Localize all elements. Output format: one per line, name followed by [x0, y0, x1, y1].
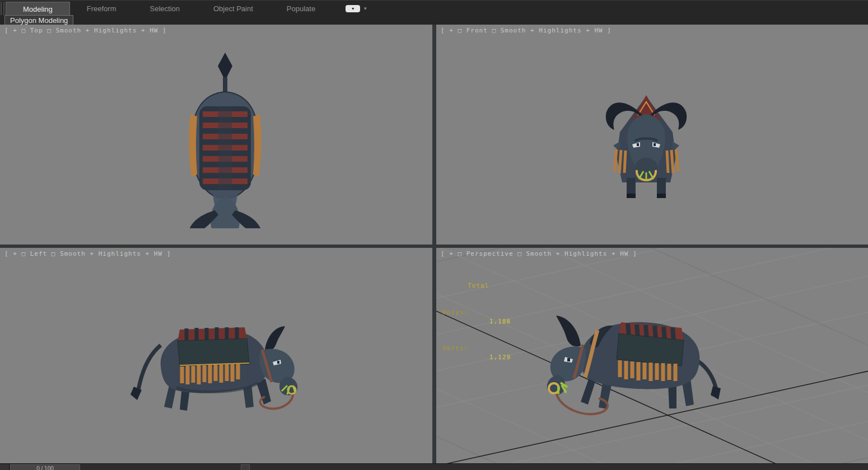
- viewport-left[interactable]: [ + □ Left □ Smooth + Highlights + HW ]: [0, 248, 432, 463]
- tab-object-paint[interactable]: Object Paint: [197, 2, 270, 16]
- ribbon-grip[interactable]: [1, 2, 2, 15]
- model-left-view[interactable]: [126, 311, 305, 414]
- stats-total: Total: [442, 281, 511, 290]
- model-front-view[interactable]: [604, 93, 688, 202]
- timeline-next-frame-button[interactable]: [241, 464, 250, 470]
- viewport-perspective[interactable]: [ + □ Perspective □ Smooth + Highlights …: [436, 248, 868, 463]
- ribbon-minimize-button[interactable]: ▼: [346, 5, 360, 12]
- statistics-readout: Total Polys: 1,188 Verts: 1,129: [442, 264, 511, 380]
- ribbon-tab-row: Modeling Freeform Selection Object Paint…: [0, 1, 868, 16]
- stats-verts-label: Verts:: [442, 345, 468, 352]
- viewport-top[interactable]: [ + □ Top □ Smooth + Highlights + HW ]: [0, 25, 432, 245]
- tab-freeform[interactable]: Freeform: [70, 2, 133, 16]
- time-slider-thumb[interactable]: 0 / 100: [10, 464, 80, 470]
- stats-polys-value: 1,188: [489, 318, 511, 325]
- model-perspective-view[interactable]: [531, 301, 733, 441]
- ribbon-grip[interactable]: [3, 2, 5, 15]
- ribbon: Modeling Freeform Selection Object Paint…: [0, 0, 868, 25]
- viewport-front[interactable]: [ + □ Front □ Smooth + Highlights + HW ]: [436, 25, 868, 245]
- viewport-quad: [ + □ Top □ Smooth + Highlights + HW ] […: [0, 25, 868, 463]
- panel-polygon-modeling[interactable]: Polygon Modeling: [4, 15, 73, 25]
- viewport-front-label[interactable]: [ + □ Front □ Smooth + Highlights + HW ]: [441, 27, 612, 34]
- tab-populate[interactable]: Populate: [270, 2, 332, 16]
- ribbon-panel-row: Polygon Modeling: [0, 15, 868, 25]
- time-slider-bar: 0 / 100: [0, 463, 868, 470]
- chevron-down-icon[interactable]: ▼: [363, 6, 367, 11]
- stats-polys-label: Polys:: [442, 309, 468, 316]
- tab-selection[interactable]: Selection: [133, 2, 197, 16]
- viewport-perspective-label[interactable]: [ + □ Perspective □ Smooth + Highlights …: [441, 250, 637, 257]
- viewport-top-label[interactable]: [ + □ Top □ Smooth + Highlights + HW ]: [4, 27, 167, 34]
- tab-modeling[interactable]: Modeling: [6, 2, 70, 16]
- timeline-start-button[interactable]: [0, 464, 10, 470]
- model-top-view[interactable]: [186, 48, 264, 228]
- stats-verts-value: 1,129: [489, 354, 511, 361]
- viewport-left-label[interactable]: [ + □ Left □ Smooth + Highlights + HW ]: [4, 250, 171, 257]
